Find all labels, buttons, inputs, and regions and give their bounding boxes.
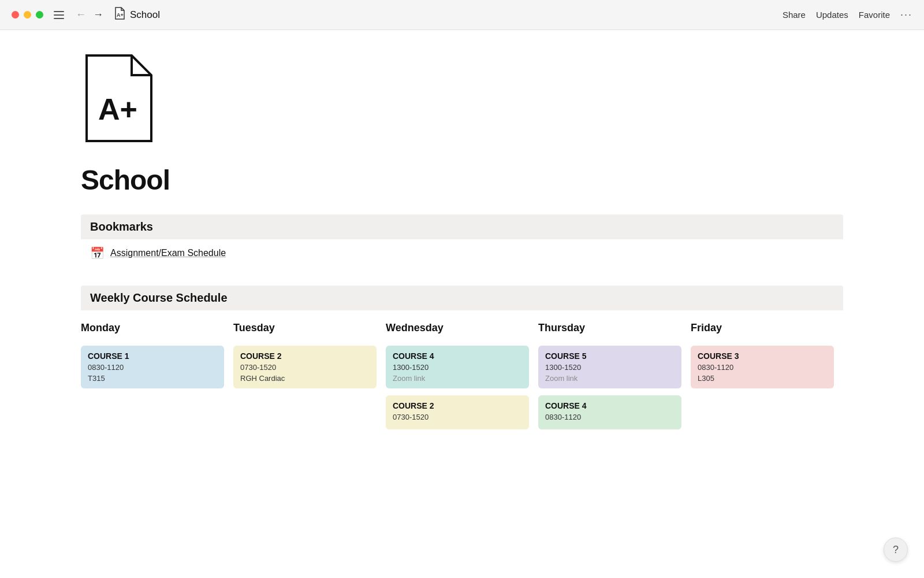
course-time: 0830-1120: [545, 413, 675, 421]
course-card-thursday-1[interactable]: COURSE 5 1300-1520 Zoom link: [538, 346, 681, 388]
days-grid: Monday COURSE 1 0830-1120 T315 Tuesday C…: [81, 322, 843, 436]
back-arrow[interactable]: ←: [73, 9, 88, 21]
course-card-wednesday-2[interactable]: COURSE 2 0730-1520: [386, 395, 529, 429]
course-zoom[interactable]: Zoom link: [545, 374, 675, 383]
course-card-friday-1[interactable]: COURSE 3 0830-1120 L305: [691, 346, 834, 388]
share-button[interactable]: Share: [783, 10, 806, 20]
document-icon: A+: [81, 53, 156, 146]
thursday-header: Thursday: [538, 322, 681, 334]
help-button[interactable]: ?: [884, 538, 908, 562]
course-name: COURSE 4: [545, 401, 675, 410]
course-name: COURSE 1: [88, 351, 217, 361]
nav-arrows: ← →: [73, 9, 106, 21]
course-zoom[interactable]: Zoom link: [393, 374, 522, 383]
friday-header: Friday: [691, 322, 834, 334]
course-room: T315: [88, 374, 217, 383]
close-button[interactable]: [12, 11, 19, 18]
course-room: RGH Cardiac: [240, 374, 370, 383]
page-heading: School: [81, 164, 843, 196]
wednesday-column: Wednesday COURSE 4 1300-1520 Zoom link C…: [386, 322, 538, 436]
hamburger-menu[interactable]: [54, 11, 64, 19]
page-icon-large: A+: [81, 53, 843, 148]
thursday-column: Thursday COURSE 5 1300-1520 Zoom link CO…: [538, 322, 691, 436]
course-card-wednesday-1[interactable]: COURSE 4 1300-1520 Zoom link: [386, 346, 529, 388]
tuesday-column: Tuesday COURSE 2 0730-1520 RGH Cardiac: [233, 322, 386, 436]
tuesday-header: Tuesday: [233, 322, 377, 334]
course-time: 0830-1120: [698, 363, 827, 372]
traffic-lights: [12, 11, 43, 18]
schedule-section-header: Weekly Course Schedule: [81, 286, 843, 310]
course-name: COURSE 2: [240, 351, 370, 361]
course-time: 1300-1520: [545, 363, 675, 372]
forward-arrow[interactable]: →: [91, 9, 106, 21]
page-icon-small: A+: [114, 7, 125, 23]
favorite-button[interactable]: Favorite: [859, 10, 890, 20]
bookmark-link[interactable]: Assignment/Exam Schedule: [110, 248, 226, 258]
bookmarks-section-header: Bookmarks: [81, 214, 843, 239]
course-time: 0730-1520: [393, 413, 522, 421]
course-name: COURSE 2: [393, 401, 522, 410]
more-options-button[interactable]: ···: [900, 9, 912, 21]
titlebar-page-title: School: [130, 9, 160, 21]
course-name: COURSE 4: [393, 351, 522, 361]
course-card-tuesday-1[interactable]: COURSE 2 0730-1520 RGH Cardiac: [233, 346, 377, 388]
bookmarks-section: Bookmarks 📅 Assignment/Exam Schedule: [81, 214, 843, 267]
titlebar: ← → A+ School Share Updates Favorite ···: [0, 0, 924, 30]
updates-button[interactable]: Updates: [816, 10, 848, 20]
course-room: L305: [698, 374, 827, 383]
schedule-section: Weekly Course Schedule Monday COURSE 1 0…: [81, 286, 843, 436]
course-time: 0730-1520: [240, 363, 370, 372]
svg-text:A+: A+: [117, 12, 124, 18]
course-card-monday-1[interactable]: COURSE 1 0830-1120 T315: [81, 346, 224, 388]
friday-column: Friday COURSE 3 0830-1120 L305: [691, 322, 843, 436]
minimize-button[interactable]: [24, 11, 31, 18]
course-name: COURSE 3: [698, 351, 827, 361]
course-time: 1300-1520: [393, 363, 522, 372]
page-icon-title: A+ School: [114, 7, 160, 23]
svg-text:A+: A+: [98, 92, 137, 126]
fullscreen-button[interactable]: [36, 11, 43, 18]
wednesday-header: Wednesday: [386, 322, 529, 334]
monday-column: Monday COURSE 1 0830-1120 T315: [81, 322, 233, 436]
course-name: COURSE 5: [545, 351, 675, 361]
course-time: 0830-1120: [88, 363, 217, 372]
titlebar-actions: Share Updates Favorite ···: [783, 9, 912, 21]
main-content: A+ School Bookmarks 📅 Assignment/Exam Sc…: [0, 30, 924, 490]
course-card-thursday-2[interactable]: COURSE 4 0830-1120: [538, 395, 681, 429]
bookmark-emoji: 📅: [90, 246, 105, 260]
bookmark-item[interactable]: 📅 Assignment/Exam Schedule: [81, 239, 843, 267]
monday-header: Monday: [81, 322, 224, 334]
